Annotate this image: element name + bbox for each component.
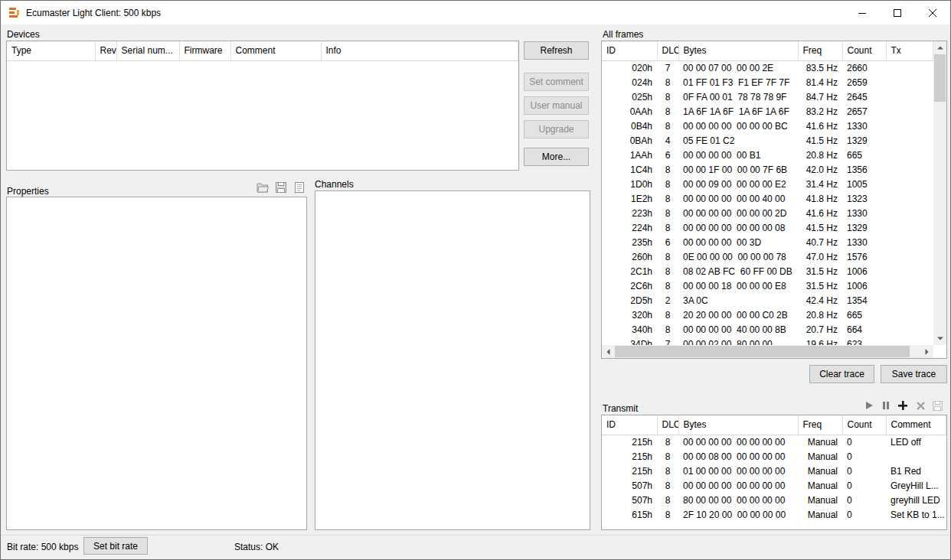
column-header-dlc[interactable]: DLC — [657, 41, 678, 60]
column-header-comment[interactable]: Comment — [230, 41, 321, 60]
column-header-rev[interactable]: Rev — [95, 41, 116, 60]
cell-dlc: 8 — [657, 206, 678, 220]
all-frames-table: ID DLC Bytes Freq Count Tx 020h700 00 07… — [601, 41, 947, 359]
cell-tx — [886, 337, 933, 345]
vertical-scrollbar-thumb[interactable] — [934, 54, 946, 102]
more-button[interactable]: More... — [524, 148, 589, 166]
all-frames-label: All frames — [603, 29, 643, 40]
column-header-count[interactable]: Count — [842, 41, 886, 60]
status-bar: Bit rate: 500 kbps Set bit rate Status: … — [1, 535, 950, 559]
column-header-firmware[interactable]: Firmware — [179, 41, 230, 60]
minimize-button[interactable] — [845, 1, 880, 24]
cell-freq: Manual — [798, 449, 842, 464]
table-row[interactable]: 215h800 00 00 00 00 00 00 00Manual0LED o… — [602, 435, 946, 449]
column-header-type[interactable]: Type — [7, 41, 95, 60]
table-row[interactable]: 223h800 00 00 00 00 00 00 2D41.6 Hz1330 — [602, 206, 933, 220]
set-bit-rate-button[interactable]: Set bit rate — [83, 537, 148, 555]
table-row[interactable]: 020h700 00 07 00 00 00 2E83.5 Hz2660 — [602, 60, 933, 75]
column-header-info[interactable]: Info — [321, 41, 518, 60]
delete-icon[interactable] — [913, 399, 927, 412]
cell-dlc: 8 — [657, 119, 678, 133]
document-icon[interactable] — [292, 181, 306, 194]
horizontal-scrollbar-thumb[interactable] — [615, 346, 910, 357]
column-header-count[interactable]: Count — [842, 415, 886, 435]
column-header-serial[interactable]: Serial num... — [116, 41, 179, 60]
table-row[interactable]: 235h600 00 00 00 00 3D40.7 Hz1330 — [602, 235, 933, 249]
cell-id: 0BAh — [602, 133, 657, 148]
clear-trace-button[interactable]: Clear trace — [809, 365, 874, 383]
table-row[interactable]: 34Dh700 00 02 00 80 00 0019.6 Hz623 — [602, 337, 933, 345]
refresh-button[interactable]: Refresh — [524, 41, 589, 60]
column-header-freq[interactable]: Freq — [798, 415, 842, 435]
cell-dlc: 6 — [657, 148, 678, 162]
column-header-id[interactable]: ID — [602, 41, 657, 60]
table-row[interactable]: 2C1h808 02 AB FC 60 FF 00 DB31.5 Hz1006 — [602, 264, 933, 278]
table-row[interactable]: 615h82F 10 20 00 00 00 00 00Manual0Set K… — [602, 507, 946, 522]
column-header-bytes[interactable]: Bytes — [678, 415, 798, 435]
table-row[interactable]: 507h800 00 00 00 00 00 00 00Manual0GreyH… — [602, 478, 946, 493]
devices-grid: Type Rev Serial num... Firmware Comment … — [7, 41, 518, 61]
cell-bytes: 1A 6F 1A 6F 1A 6F 1A 6F — [678, 104, 798, 119]
table-row[interactable]: 1D0h800 00 09 00 00 00 00 E231.4 Hz1005 — [602, 177, 933, 191]
table-row[interactable]: 1AAh600 00 00 00 00 B120.8 Hz665 — [602, 148, 933, 162]
properties-panel — [6, 197, 307, 530]
cell-freq: 31.4 Hz — [798, 177, 842, 191]
save-trace-button[interactable]: Save trace — [881, 365, 947, 383]
cell-dlc: 8 — [657, 75, 678, 90]
cell-dlc: 8 — [657, 220, 678, 235]
column-header-tx[interactable]: Tx — [886, 41, 933, 60]
play-icon[interactable] — [862, 399, 876, 412]
table-row[interactable]: 1E2h800 00 00 00 00 00 40 0041.8 Hz1323 — [602, 191, 933, 206]
table-row[interactable]: 0AAh81A 6F 1A 6F 1A 6F 1A 6F83.2 Hz2657 — [602, 104, 933, 119]
scroll-right-arrow[interactable] — [920, 345, 933, 358]
open-folder-icon[interactable] — [256, 181, 270, 194]
table-row[interactable]: 215h800 00 08 00 00 00 00 00Manual0 — [602, 449, 946, 464]
set-comment-button[interactable]: Set comment — [524, 73, 589, 91]
maximize-button[interactable] — [880, 1, 915, 24]
column-header-bytes[interactable]: Bytes — [678, 41, 798, 60]
close-button[interactable] — [915, 1, 950, 24]
cell-count: 0 — [842, 507, 886, 522]
column-header-dlc[interactable]: DLC — [657, 415, 678, 435]
table-row[interactable]: 2C6h800 00 00 18 00 00 00 E831.5 Hz1006 — [602, 278, 933, 293]
table-row[interactable]: 025h80F FA 00 01 78 78 78 9F84.7 Hz2645 — [602, 90, 933, 104]
table-row[interactable]: 024h801 FF 01 F3 F1 EF 7F 7F81.4 Hz2659 — [602, 75, 933, 90]
scroll-down-arrow[interactable] — [933, 332, 946, 345]
user-manual-button[interactable]: User manual — [524, 96, 589, 115]
save-icon[interactable] — [274, 181, 288, 194]
table-row[interactable]: 260h80E 00 00 00 00 00 00 7847.0 Hz1576 — [602, 249, 933, 264]
add-icon[interactable] — [896, 399, 910, 412]
cell-dlc: 7 — [657, 60, 678, 75]
cell-dlc: 8 — [657, 249, 678, 264]
cell-id: 024h — [602, 75, 657, 90]
vertical-scrollbar[interactable] — [933, 41, 946, 345]
table-row[interactable]: 340h800 00 00 00 40 00 00 8B20.7 Hz664 — [602, 322, 933, 337]
cell-count: 0 — [842, 449, 886, 464]
horizontal-scrollbar[interactable] — [602, 345, 933, 358]
scroll-left-arrow[interactable] — [602, 345, 615, 358]
column-header-freq[interactable]: Freq — [798, 41, 842, 60]
cell-id: 1AAh — [602, 148, 657, 162]
pause-icon[interactable] — [879, 399, 893, 412]
table-row[interactable]: 0BAh405 FE 01 C241.5 Hz1329 — [602, 133, 933, 148]
bit-rate-text: Bit rate: 500 kbps — [7, 542, 78, 552]
cell-tx — [886, 191, 933, 206]
column-header-id[interactable]: ID — [602, 415, 657, 435]
table-row[interactable]: 507h880 00 00 00 00 00 00 00Manual0greyh… — [602, 493, 946, 507]
table-row[interactable]: 0B4h800 00 00 00 00 00 00 BC41.6 Hz1330 — [602, 119, 933, 133]
scroll-up-arrow[interactable] — [933, 41, 946, 54]
upgrade-button[interactable]: Upgrade — [524, 120, 589, 138]
cell-count: 1006 — [842, 264, 886, 278]
cell-comment: B1 Red — [886, 464, 946, 478]
cell-dlc: 8 — [657, 191, 678, 206]
cell-bytes: 3A 0C — [678, 293, 798, 308]
table-row[interactable]: 2D5h23A 0C42.4 Hz1354 — [602, 293, 933, 308]
cell-dlc: 8 — [657, 449, 678, 464]
table-row[interactable]: 215h801 00 00 00 00 00 00 00Manual0B1 Re… — [602, 464, 946, 478]
save-row-icon[interactable] — [930, 399, 944, 412]
table-row[interactable]: 320h820 20 00 00 00 00 C0 2B20.8 Hz665 — [602, 308, 933, 322]
table-row[interactable]: 224h800 00 00 00 00 00 00 0841.5 Hz1329 — [602, 220, 933, 235]
column-header-comment[interactable]: Comment — [886, 415, 946, 435]
cell-bytes: 00 00 1F 00 00 00 7F 6B — [678, 162, 798, 177]
table-row[interactable]: 1C4h800 00 1F 00 00 00 7F 6B42.0 Hz1356 — [602, 162, 933, 177]
